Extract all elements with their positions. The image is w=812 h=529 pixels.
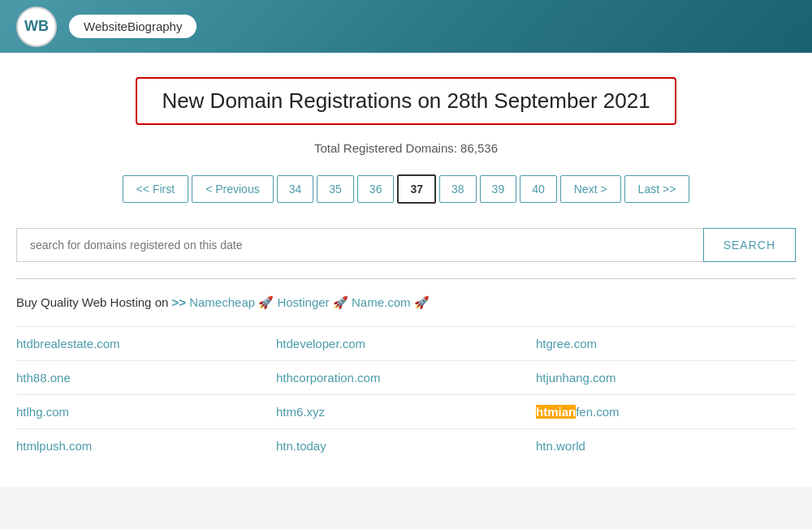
domain-link[interactable]: hthcorporation.com (276, 371, 536, 385)
header: WB WebsiteBiography (0, 0, 812, 53)
table-row: htmlpush.com htn.today htn.world (16, 428, 796, 462)
hosting-arrows: >> (171, 295, 186, 309)
domain-link[interactable]: htgree.com (536, 337, 796, 351)
search-area: SEARCH (16, 228, 796, 279)
title-wrapper: New Domain Registrations on 28th Septemb… (16, 77, 796, 135)
page-36[interactable]: 36 (357, 175, 395, 203)
hosting-text: Buy Quality Web Hosting on (16, 295, 171, 309)
search-input[interactable] (16, 228, 703, 262)
page-37[interactable]: 37 (397, 174, 436, 204)
main-content: New Domain Registrations on 28th Septemb… (0, 53, 812, 487)
page-39[interactable]: 39 (480, 175, 517, 203)
hosting-banner: Buy Quality Web Hosting on >> Namecheap … (16, 295, 796, 310)
namecheap-link[interactable]: Namecheap 🚀 (189, 295, 274, 309)
domain-link-htmianfen[interactable]: htmianfen.com (536, 405, 796, 419)
name-com-link[interactable]: Name.com 🚀 (352, 295, 430, 309)
table-row: htdbrealestate.com htdeveloper.com htgre… (16, 326, 796, 360)
domain-link[interactable]: htm6.xyz (276, 405, 536, 419)
hostinger-link[interactable]: Hostinger 🚀 (277, 295, 348, 309)
next-button[interactable]: Next > (560, 175, 621, 203)
site-name-button[interactable]: WebsiteBiography (69, 15, 197, 38)
last-button[interactable]: Last >> (624, 175, 690, 203)
domain-link[interactable]: htjunhang.com (536, 371, 796, 385)
domain-link[interactable]: hth88.one (16, 371, 276, 385)
logo-icon: WB (16, 6, 57, 47)
search-button[interactable]: SEARCH (703, 228, 796, 262)
pagination: << First < Previous 34 35 36 37 38 39 40… (16, 174, 796, 204)
page-38[interactable]: 38 (439, 175, 477, 203)
domain-link[interactable]: htn.world (536, 439, 796, 453)
table-row: htlhg.com htm6.xyz htmianfen.com (16, 394, 796, 428)
domain-grid: htdbrealestate.com htdeveloper.com htgre… (16, 326, 796, 462)
domain-link[interactable]: htdbrealestate.com (16, 337, 276, 351)
page-title: New Domain Registrations on 28th Septemb… (136, 77, 676, 125)
domain-link[interactable]: htn.today (276, 439, 536, 453)
page-35[interactable]: 35 (317, 175, 354, 203)
page-34[interactable]: 34 (277, 175, 314, 203)
domain-highlight: htmian (536, 405, 576, 419)
total-domains: Total Registered Domains: 86,536 (16, 141, 796, 155)
domain-link[interactable]: htmlpush.com (16, 439, 276, 453)
domain-link[interactable]: htlhg.com (16, 405, 276, 419)
first-button[interactable]: << First (123, 175, 188, 203)
table-row: hth88.one hthcorporation.com htjunhang.c… (16, 360, 796, 394)
previous-button[interactable]: < Previous (192, 175, 274, 203)
page-40[interactable]: 40 (520, 175, 557, 203)
domain-link[interactable]: htdeveloper.com (276, 337, 536, 351)
